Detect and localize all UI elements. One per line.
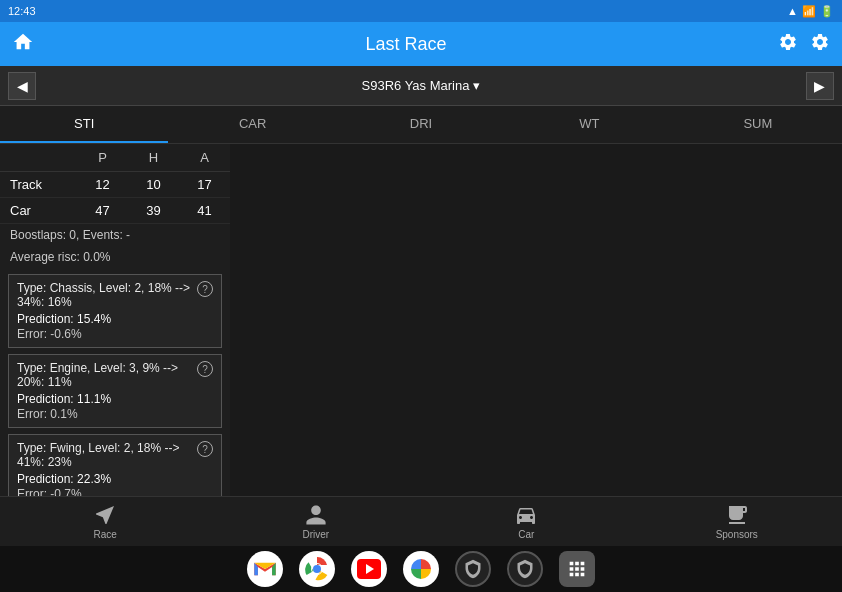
bottom-nav-sponsors-label: Sponsors (716, 529, 758, 540)
table-row: Car 47 39 41 (0, 198, 230, 224)
right-panel (230, 144, 842, 496)
battery-icon: 🔋 (820, 5, 834, 18)
row-track-p: 12 (77, 172, 128, 198)
apps-icon[interactable] (559, 551, 595, 587)
row-car-a: 41 (179, 198, 230, 224)
table-row: Track 12 10 17 (0, 172, 230, 198)
photos-icon[interactable] (403, 551, 439, 587)
row-track-h: 10 (128, 172, 179, 198)
bottom-nav: Race Driver Car Sponsors (0, 496, 842, 546)
home-button[interactable] (12, 31, 34, 58)
dropdown-icon: ▾ (473, 78, 480, 93)
gmail-icon[interactable] (247, 551, 283, 587)
status-icons: ▲ 📶 🔋 (787, 5, 834, 18)
race-icon (93, 503, 117, 527)
sponsors-icon (725, 503, 749, 527)
upgrade-chassis-title: Type: Chassis, Level: 2, 18% --> 34%: 16… (17, 281, 193, 309)
row-track-a: 17 (179, 172, 230, 198)
session-label: S93R6 Yas Marina (362, 78, 470, 93)
help-icon-chassis[interactable]: ? (197, 281, 213, 297)
next-button[interactable]: ▶ (806, 72, 834, 100)
driver-icon (304, 503, 328, 527)
tab-dri[interactable]: DRI (337, 106, 505, 143)
car-icon (514, 503, 538, 527)
bottom-nav-race[interactable]: Race (0, 497, 211, 546)
android-dock (0, 546, 842, 592)
status-time: 12:43 (8, 5, 36, 17)
tab-sti[interactable]: STI (0, 106, 168, 143)
info-boostlaps: Boostlaps: 0, Events: - (0, 224, 230, 246)
next-icon: ▶ (814, 78, 825, 94)
row-car-label: Car (0, 198, 77, 224)
col-header-a: A (179, 144, 230, 172)
bottom-nav-car[interactable]: Car (421, 497, 632, 546)
info-average-risc: Average risc: 0.0% (0, 246, 230, 268)
main-content: P H A Track 12 10 17 Car 47 39 41 (0, 144, 842, 496)
prev-button[interactable]: ◀ (8, 72, 36, 100)
upgrade-chassis: Type: Chassis, Level: 2, 18% --> 34%: 16… (8, 274, 222, 348)
col-header-h: H (128, 144, 179, 172)
upgrade-fwing-error: Error: -0.7% (17, 487, 213, 496)
app-bar: Last Race (0, 22, 842, 66)
svg-point-0 (313, 565, 321, 573)
prev-icon: ◀ (17, 78, 28, 94)
app-title: Last Race (365, 34, 446, 55)
tab-sum[interactable]: SUM (674, 106, 842, 143)
wifi-icon: ▲ (787, 5, 798, 17)
bottom-nav-sponsors[interactable]: Sponsors (632, 497, 843, 546)
app-bar-icons (778, 32, 830, 57)
upgrade-engine: Type: Engine, Level: 3, 9% --> 20%: 11% … (8, 354, 222, 428)
upgrade-fwing: Type: Fwing, Level: 2, 18% --> 41%: 23% … (8, 434, 222, 496)
settings-button-2[interactable] (810, 32, 830, 57)
upgrade-engine-prediction: Prediction: 11.1% (17, 392, 213, 406)
gear-icon-2 (810, 32, 830, 52)
col-header-p: P (77, 144, 128, 172)
tab-car[interactable]: CAR (168, 106, 336, 143)
bottom-nav-driver[interactable]: Driver (211, 497, 422, 546)
upgrade-chassis-prediction: Prediction: 15.4% (17, 312, 213, 326)
left-panel: P H A Track 12 10 17 Car 47 39 41 (0, 144, 230, 496)
tabs-bar: STI CAR DRI WT SUM (0, 106, 842, 144)
gear-icon-1 (778, 32, 798, 52)
col-header-label (0, 144, 77, 172)
nav-row: ◀ S93R6 Yas Marina ▾ ▶ (0, 66, 842, 106)
session-dropdown[interactable]: S93R6 Yas Marina ▾ (362, 78, 481, 93)
row-car-p: 47 (77, 198, 128, 224)
nav-center: S93R6 Yas Marina ▾ (362, 78, 481, 93)
status-bar: 12:43 ▲ 📶 🔋 (0, 0, 842, 22)
row-track-label: Track (0, 172, 77, 198)
home-icon (12, 31, 34, 53)
bottom-nav-car-label: Car (518, 529, 534, 540)
bottom-nav-race-label: Race (94, 529, 117, 540)
help-icon-fwing[interactable]: ? (197, 441, 213, 457)
bottom-nav-driver-label: Driver (302, 529, 329, 540)
chrome-icon[interactable] (299, 551, 335, 587)
signal-icon: 📶 (802, 5, 816, 18)
upgrade-engine-title: Type: Engine, Level: 3, 9% --> 20%: 11% (17, 361, 193, 389)
upgrade-fwing-title: Type: Fwing, Level: 2, 18% --> 41%: 23% (17, 441, 193, 469)
tab-wt[interactable]: WT (505, 106, 673, 143)
stats-table: P H A Track 12 10 17 Car 47 39 41 (0, 144, 230, 224)
upgrade-fwing-prediction: Prediction: 22.3% (17, 472, 213, 486)
vpn1-icon[interactable] (455, 551, 491, 587)
upgrade-chassis-error: Error: -0.6% (17, 327, 213, 341)
vpn2-icon[interactable] (507, 551, 543, 587)
help-icon-engine[interactable]: ? (197, 361, 213, 377)
youtube-icon[interactable] (351, 551, 387, 587)
upgrade-engine-error: Error: 0.1% (17, 407, 213, 421)
settings-button-1[interactable] (778, 32, 798, 57)
row-car-h: 39 (128, 198, 179, 224)
